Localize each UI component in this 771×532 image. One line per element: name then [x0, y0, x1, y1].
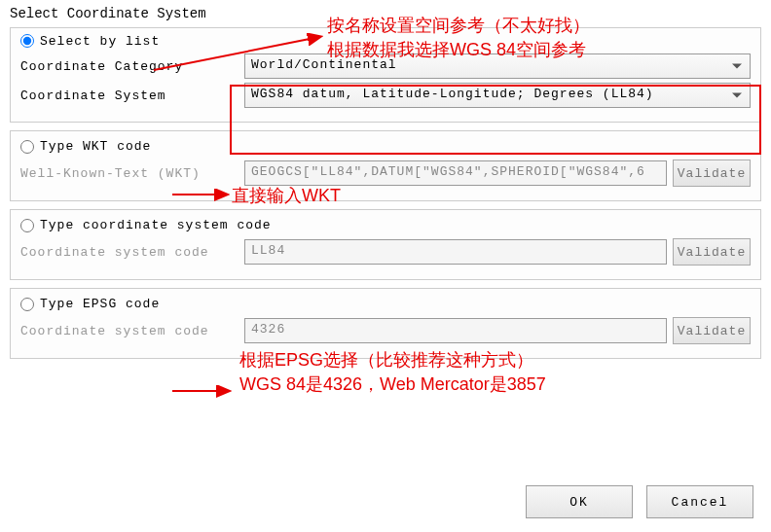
- annotation-text-1: 按名称设置空间参考（不太好找） 根据数据我选择WGS 84空间参考: [327, 14, 590, 62]
- epsg-input[interactable]: 4326: [244, 318, 667, 343]
- cs-code-input[interactable]: LL84: [244, 239, 667, 265]
- coordinate-system-label: Coordinate System: [20, 89, 244, 103]
- cancel-button[interactable]: Cancel: [646, 485, 753, 518]
- annotation-text-2: 直接输入WKT: [232, 184, 341, 208]
- radio-select-by-list[interactable]: [20, 34, 34, 48]
- dialog-footer: OK Cancel: [526, 485, 753, 518]
- radio-type-wkt[interactable]: [20, 140, 34, 154]
- wkt-input[interactable]: GEOGCS["LL84",DATUM["WGS84",SPHEROID["WG…: [244, 160, 667, 186]
- cs-code-field-label: Coordinate system code: [20, 245, 244, 260]
- ok-button[interactable]: OK: [526, 485, 633, 518]
- section-type-wkt: Type WKT code Well-Known-Text (WKT) GEOG…: [10, 130, 761, 201]
- epsg-field-label: Coordinate system code: [20, 324, 244, 338]
- wkt-validate-button[interactable]: Validate: [673, 160, 751, 187]
- coordinate-system-select[interactable]: WGS84 datum, Latitude-Longitude; Degrees…: [244, 83, 751, 108]
- epsg-validate-button[interactable]: Validate: [673, 317, 751, 344]
- radio-type-epsg[interactable]: [20, 298, 34, 311]
- radio-type-cs-code[interactable]: [20, 219, 34, 232]
- radio-type-wkt-label: Type WKT code: [40, 139, 151, 154]
- coordinate-category-label: Coordinate Category: [20, 59, 244, 74]
- radio-type-cs-code-label: Type coordinate system code: [40, 218, 272, 232]
- annotation-arrow-3: [167, 381, 238, 401]
- cs-code-validate-button[interactable]: Validate: [673, 238, 751, 266]
- radio-select-by-list-label: Select by list: [40, 35, 160, 48]
- annotation-text-3: 根据EPSG选择（比较推荐这种方式） WGS 84是4326，Web Merca…: [239, 348, 546, 397]
- radio-type-epsg-label: Type EPSG code: [40, 297, 160, 311]
- wkt-field-label: Well-Known-Text (WKT): [20, 166, 244, 181]
- section-type-cs-code: Type coordinate system code Coordinate s…: [10, 209, 761, 280]
